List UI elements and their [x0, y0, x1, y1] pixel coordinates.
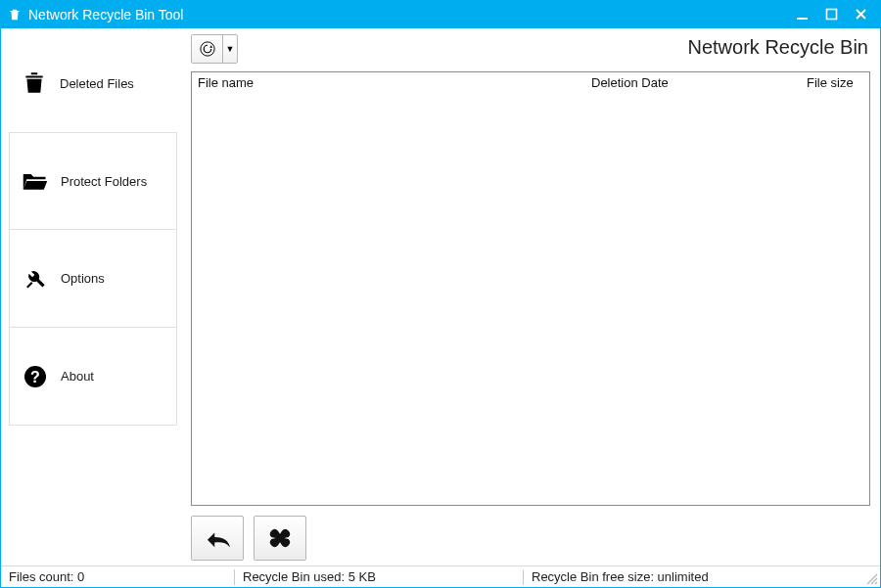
- maximize-button[interactable]: [821, 8, 841, 23]
- svg-rect-0: [797, 18, 808, 20]
- list-header: File name Deletion Date File size: [192, 72, 869, 96]
- refresh-split-button: ▼: [191, 34, 238, 64]
- svg-point-4: [200, 42, 213, 56]
- status-used: Recycle Bin used: 5 KB: [235, 566, 523, 587]
- window-controls: [792, 8, 870, 23]
- delete-x-icon: [267, 525, 293, 551]
- sidebar: Deleted Files Protect Folders Options: [9, 34, 177, 565]
- minimize-button[interactable]: [792, 8, 811, 23]
- window-title: Network Recycle Bin Tool: [28, 7, 792, 23]
- action-buttons: [191, 516, 870, 561]
- pane-title: Network Recycle Bin: [687, 36, 868, 59]
- sidebar-item-deleted-files[interactable]: Deleted Files: [9, 34, 177, 132]
- svg-rect-1: [826, 9, 836, 19]
- column-header-file-size[interactable]: File size: [801, 72, 869, 96]
- tools-icon: [22, 265, 49, 293]
- sidebar-item-protect-folders[interactable]: Protect Folders: [9, 132, 177, 230]
- restore-button[interactable]: [191, 516, 244, 561]
- sidebar-item-label: Options: [61, 271, 105, 286]
- sidebar-item-label: Protect Folders: [61, 174, 147, 189]
- svg-line-7: [875, 582, 877, 584]
- status-files-count: Files count: 0: [1, 566, 234, 587]
- file-list[interactable]: File name Deletion Date File size: [191, 71, 870, 506]
- column-header-filename[interactable]: File name: [192, 72, 585, 96]
- sidebar-item-options[interactable]: Options: [9, 230, 177, 328]
- help-icon: ?: [22, 363, 49, 390]
- status-free: Recycle Bin free size: unlimited: [524, 566, 880, 587]
- refresh-icon: [199, 40, 216, 58]
- status-bar: Files count: 0 Recycle Bin used: 5 KB Re…: [1, 565, 880, 587]
- sidebar-item-label: Deleted Files: [60, 76, 134, 91]
- delete-button[interactable]: [254, 516, 306, 561]
- recycle-bin-icon: [7, 7, 23, 23]
- sidebar-item-about[interactable]: ? About: [9, 328, 177, 426]
- list-body[interactable]: [192, 96, 869, 505]
- close-button[interactable]: [851, 8, 870, 23]
- main-toolbar: ▼ Network Recycle Bin: [191, 34, 870, 68]
- sidebar-item-label: About: [61, 369, 94, 384]
- app-window: Network Recycle Bin Tool Deleted Files: [0, 0, 881, 588]
- resize-grip[interactable]: [864, 571, 878, 585]
- refresh-button[interactable]: [192, 35, 223, 63]
- svg-text:?: ?: [30, 369, 40, 385]
- title-bar: Network Recycle Bin Tool: [1, 1, 880, 28]
- chevron-down-icon: ▼: [226, 44, 235, 54]
- trash-icon: [21, 69, 48, 97]
- folder-open-icon: [22, 167, 49, 195]
- work-area: Deleted Files Protect Folders Options: [1, 28, 880, 587]
- column-header-deletion-date[interactable]: Deletion Date: [585, 72, 801, 96]
- undo-icon: [203, 527, 232, 549]
- body-row: Deleted Files Protect Folders Options: [1, 28, 880, 565]
- refresh-dropdown[interactable]: ▼: [223, 35, 237, 63]
- main-pane: ▼ Network Recycle Bin File name Deletion…: [191, 34, 870, 565]
